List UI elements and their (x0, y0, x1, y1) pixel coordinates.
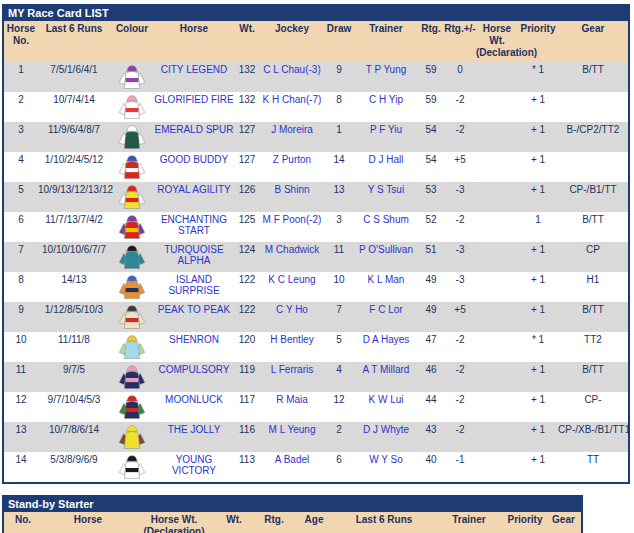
cell-draw: 5 (324, 332, 354, 362)
trainer-link[interactable]: C H Yip (354, 92, 418, 122)
cell-rtg-plus-minus: -2 (444, 92, 476, 122)
cell-horse-wt-declaration (476, 362, 518, 392)
race-card-title: MY Race Card LIST (4, 6, 628, 21)
cell-rtg: 44 (418, 392, 444, 422)
trainer-link[interactable]: W Y So (354, 452, 418, 482)
horse-link[interactable]: GOOD BUDDY (154, 152, 234, 182)
jockey-link[interactable]: C L Chau(-3) (260, 62, 324, 92)
race-card-header-row: Horse No. Last 6 Runs Colour Horse Wt. J… (4, 21, 628, 62)
cell-colour[interactable] (110, 332, 154, 362)
cell-colour[interactable] (110, 362, 154, 392)
trainer-link[interactable]: D J Whyte (354, 422, 418, 452)
cell-horse-wt-declaration (476, 422, 518, 452)
race-card-row: 6 11/7/13/7/4/2 ENCHANTING START (4, 212, 628, 242)
jockey-link[interactable]: B Shinn (260, 182, 324, 212)
cell-priority: + 1 (518, 152, 558, 182)
cell-wt: 119 (234, 362, 260, 392)
cell-rtg-plus-minus: -1 (444, 452, 476, 482)
cell-wt: 116 (234, 422, 260, 452)
trainer-link[interactable]: T P Yung (354, 62, 418, 92)
trainer-link[interactable]: D A Hayes (354, 332, 418, 362)
cell-horse-wt-declaration (476, 242, 518, 272)
jockey-silks-icon (118, 333, 146, 360)
cell-colour[interactable] (110, 152, 154, 182)
jockey-silks-icon (118, 63, 146, 90)
col-header-age: Age (294, 512, 334, 533)
jockey-link[interactable]: Z Purton (260, 152, 324, 182)
jockey-link[interactable]: M F Poon(-2) (260, 212, 324, 242)
cell-horse-no: 9 (4, 302, 38, 332)
jockey-link[interactable]: M Chadwick (260, 242, 324, 272)
horse-link[interactable]: ENCHANTING START (154, 212, 234, 242)
cell-colour[interactable] (110, 182, 154, 212)
jockey-link[interactable]: L Ferraris (260, 362, 324, 392)
jockey-link[interactable]: K H Chan(-7) (260, 92, 324, 122)
horse-link[interactable]: YOUNG VICTORY (154, 452, 234, 482)
horse-link[interactable]: SHENRON (154, 332, 234, 362)
cell-rtg: 53 (418, 182, 444, 212)
col-header-gear: Gear (546, 512, 581, 533)
horse-link[interactable]: EMERALD SPUR (154, 122, 234, 152)
cell-colour[interactable] (110, 122, 154, 152)
cell-priority: + 1 (518, 122, 558, 152)
trainer-link[interactable]: C S Shum (354, 212, 418, 242)
jockey-link[interactable]: K C Leung (260, 272, 324, 302)
jockey-link[interactable]: H Bentley (260, 332, 324, 362)
cell-horse-no: 1 (4, 62, 38, 92)
cell-colour[interactable] (110, 452, 154, 482)
jockey-link[interactable]: R Maia (260, 392, 324, 422)
trainer-link[interactable]: F C Lor (354, 302, 418, 332)
trainer-link[interactable]: D J Hall (354, 152, 418, 182)
race-card-row: 1 7/5/1/6/4/1 CITY LEGEND (4, 62, 628, 92)
cell-wt: 132 (234, 92, 260, 122)
trainer-link[interactable]: K L Man (354, 272, 418, 302)
trainer-link[interactable]: Y S Tsui (354, 182, 418, 212)
col-header-horse-no: Horse No. (4, 21, 38, 62)
cell-colour[interactable] (110, 212, 154, 242)
horse-link[interactable]: MOONLUCK (154, 392, 234, 422)
col-header-last6runs: Last 6 Runs (38, 21, 110, 62)
cell-last6runs: 14/13 (38, 272, 110, 302)
race-card-row: 9 1/12/8/5/10/3 PEAK TO PEAK (4, 302, 628, 332)
cell-priority: + 1 (518, 452, 558, 482)
cell-draw: 10 (324, 272, 354, 302)
cell-colour[interactable] (110, 92, 154, 122)
col-header-colour: Colour (110, 21, 154, 62)
cell-horse-wt-declaration (476, 92, 518, 122)
cell-last6runs: 10/9/13/12/13/12 (38, 182, 110, 212)
horse-link[interactable]: COMPULSORY (154, 362, 234, 392)
horse-link[interactable]: ROYAL AGILITY (154, 182, 234, 212)
race-card-row: 10 11/11/8 SHENRON 120 (4, 332, 628, 362)
col-header-horse-wt-declaration: Horse Wt. (Declaration) (476, 21, 518, 62)
cell-wt: 122 (234, 302, 260, 332)
jockey-silks-icon (118, 183, 146, 210)
cell-colour[interactable] (110, 272, 154, 302)
horse-link[interactable]: PEAK TO PEAK (154, 302, 234, 332)
cell-colour[interactable] (110, 392, 154, 422)
trainer-link[interactable]: K W Lui (354, 392, 418, 422)
standby-starter-table: No. Horse Horse Wt. (Declaration) Wt. Rt… (4, 512, 581, 533)
jockey-link[interactable]: J Moreira (260, 122, 324, 152)
cell-last6runs: 7/5/1/6/4/1 (38, 62, 110, 92)
horse-link[interactable]: GLORIFIED FIRE (154, 92, 234, 122)
jockey-link[interactable]: C Y Ho (260, 302, 324, 332)
cell-colour[interactable] (110, 242, 154, 272)
cell-colour[interactable] (110, 62, 154, 92)
trainer-link[interactable]: A T Millard (354, 362, 418, 392)
cell-last6runs: 10/7/8/6/14 (38, 422, 110, 452)
horse-link[interactable]: TURQUOISE ALPHA (154, 242, 234, 272)
cell-wt: 125 (234, 212, 260, 242)
cell-colour[interactable] (110, 422, 154, 452)
jockey-silks-icon (118, 273, 146, 300)
cell-gear: B/TT (558, 302, 628, 332)
trainer-link[interactable]: P O'Sullivan (354, 242, 418, 272)
horse-link[interactable]: ISLAND SURPRISE (154, 272, 234, 302)
cell-colour[interactable] (110, 302, 154, 332)
horse-link[interactable]: CITY LEGEND (154, 62, 234, 92)
race-card-row: 8 14/13 ISLAND SURPRISE (4, 272, 628, 302)
jockey-link[interactable]: M L Yeung (260, 422, 324, 452)
trainer-link[interactable]: P F Yiu (354, 122, 418, 152)
horse-link[interactable]: THE JOLLY (154, 422, 234, 452)
jockey-link[interactable]: A Badel (260, 452, 324, 482)
cell-horse-wt-declaration (476, 272, 518, 302)
